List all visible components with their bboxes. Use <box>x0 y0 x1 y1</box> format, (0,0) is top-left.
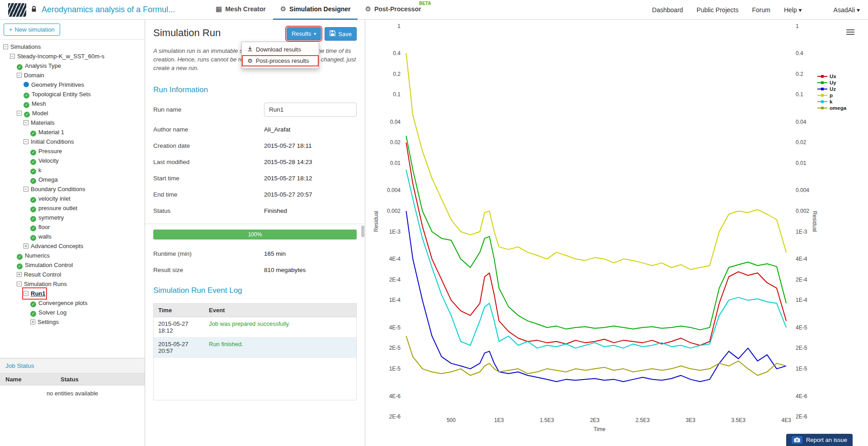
field-value: Finished <box>264 207 287 214</box>
run-info-fields-after: Runtime (min)165 minResult size810 megab… <box>153 250 357 273</box>
legend-marker <box>817 74 827 79</box>
minus-toggle-icon[interactable]: − <box>24 120 28 125</box>
svg-text:Residual: Residual <box>373 211 379 232</box>
tree-item-label: Initial Conditions <box>31 138 74 145</box>
tree-item-steady-incomp-k-w-sst-60m-s[interactable]: −Steady-Incomp-K_w_SST_60m-s <box>0 52 145 61</box>
tab-post-processor[interactable]: ⚙ Post-Processor BETA <box>358 0 428 20</box>
app-logo[interactable] <box>8 3 26 17</box>
tab-simulation-designer[interactable]: ⚙ Simulation Designer <box>273 0 358 20</box>
results-button-label: Results <box>292 30 311 37</box>
nav-link-asadali[interactable]: AsadAli ▾ <box>834 6 860 14</box>
legend-item-p: p <box>817 92 846 99</box>
minus-toggle-icon[interactable]: − <box>3 44 8 49</box>
field-value: 2015-05-28 14:23 <box>264 159 312 165</box>
new-simulation-button[interactable]: + New simulation <box>4 23 60 36</box>
tree-item-domain[interactable]: −Domain <box>0 70 145 80</box>
scrollbar-thumb[interactable] <box>361 225 364 237</box>
tree-item-pressure-outlet[interactable]: ✓pressure outlet <box>0 203 145 213</box>
check-icon: ✓ <box>24 93 29 99</box>
tree-item-omega[interactable]: ✓Omega <box>0 175 145 184</box>
tree-item-materials[interactable]: −Materials <box>0 118 145 127</box>
tree-item-material-1[interactable]: ✓Material 1 <box>0 127 145 137</box>
tree-item-velocity-inlet[interactable]: ✓velocity inlet <box>0 194 145 203</box>
tree-item-simulation-control[interactable]: ✓Simulation Control <box>0 260 145 270</box>
svg-text:1E-4: 1E-4 <box>389 297 401 303</box>
tree-item-floor[interactable]: ✓floor <box>0 222 145 232</box>
check-icon: ✓ <box>24 102 29 108</box>
tree-item-analysis-type[interactable]: ✓Analysis Type <box>0 61 145 70</box>
tree-item-simulations[interactable]: −Simulations <box>0 42 145 52</box>
tree-item-solver-log[interactable]: ✓Solver Log <box>0 308 145 317</box>
run-name-input[interactable] <box>264 103 357 117</box>
minus-toggle-icon[interactable]: − <box>17 111 22 116</box>
tree-item-run1[interactable]: −Run1 <box>0 289 145 298</box>
svg-text:Residual: Residual <box>811 211 818 232</box>
save-button[interactable]: Save <box>325 27 357 41</box>
page-title: Simulation Run <box>153 27 287 39</box>
chart-menu-icon[interactable] <box>846 28 854 36</box>
plus-toggle-icon[interactable]: + <box>30 319 35 324</box>
tree-item-label: Material 1 <box>38 129 64 136</box>
tree-item-simulation-runs[interactable]: −Simulation Runs <box>0 279 145 289</box>
field-value: Ali_Arafat <box>264 126 291 133</box>
tree-item-topological-entity-sets[interactable]: ✓Topological Entity Sets <box>0 89 145 99</box>
tree-item-result-control[interactable]: +Result Control <box>0 270 145 279</box>
tree-item-advanced-concepts[interactable]: +Advanced Concepts <box>0 241 145 251</box>
menu-item-post-process-results[interactable]: ⚙Post-process results <box>242 55 319 66</box>
tree-item-label: Result Control <box>24 271 61 278</box>
svg-text:4E-5: 4E-5 <box>389 324 401 331</box>
minus-toggle-icon[interactable]: − <box>24 187 28 192</box>
minus-toggle-icon[interactable]: − <box>24 139 28 144</box>
svg-text:0.004: 0.004 <box>387 187 401 193</box>
run-info-fields: Run nameAuthor nameAli_ArafatCreation da… <box>153 103 357 214</box>
report-issue-label: Report an issue <box>806 437 847 443</box>
tree-item-walls[interactable]: ✓walls <box>0 232 145 241</box>
column-event: Event <box>204 304 356 317</box>
tab-mesh-creator[interactable]: ▦ Mesh Creator <box>208 0 273 20</box>
nav-link-dashboard[interactable]: Dashboard <box>652 6 683 14</box>
svg-text:1E-5: 1E-5 <box>389 366 401 372</box>
nav-link-public-projects[interactable]: Public Projects <box>697 6 739 14</box>
minus-toggle-icon[interactable]: − <box>10 54 15 59</box>
menu-item-label: Download results <box>256 46 301 53</box>
download-icon <box>247 46 253 53</box>
tree-item-geometry-primitives[interactable]: Geometry Primitives <box>0 80 145 89</box>
check-icon: ✓ <box>17 64 23 70</box>
tree-item-convergence-plots[interactable]: ✓Convergence plots <box>0 298 145 308</box>
tree-item-symmetry[interactable]: ✓symmetry <box>0 213 145 222</box>
svg-text:1E-3: 1E-3 <box>389 229 401 235</box>
minus-toggle-icon[interactable]: − <box>17 282 22 286</box>
check-icon: ✓ <box>30 235 36 241</box>
tree-item-velocity[interactable]: ✓Velocity <box>0 156 145 165</box>
tree-item-label: Solver Log <box>38 309 66 316</box>
tree-item-mesh[interactable]: ✓Mesh <box>0 99 145 108</box>
svg-text:2E-4: 2E-4 <box>389 277 401 283</box>
tree-item-boundary-conditions[interactable]: −Boundary Conditions <box>0 184 145 194</box>
simulation-tree: −Simulations−Steady-Incomp-K_w_SST_60m-s… <box>0 40 145 358</box>
event-log-row: 2015-05-27 18:12Job was prepared success… <box>154 317 356 337</box>
report-issue-button[interactable]: Report an issue <box>786 434 853 446</box>
menu-item-download-results[interactable]: Download results <box>242 44 319 55</box>
tree-item-settings[interactable]: +Settings <box>0 317 145 327</box>
minus-toggle-icon[interactable]: − <box>17 73 22 78</box>
tree-item-initial-conditions[interactable]: −Initial Conditions <box>0 137 145 146</box>
tree-item-pressure[interactable]: ✓Pressure <box>0 146 145 156</box>
plus-toggle-icon[interactable]: + <box>17 272 22 277</box>
nav-link-help[interactable]: Help ▾ <box>784 6 802 14</box>
nav-link-forum[interactable]: Forum <box>752 6 770 14</box>
residuals-chart: 110.40.40.20.20.10.10.040.040.020.020.01… <box>365 20 868 445</box>
svg-text:1.5E3: 1.5E3 <box>540 417 554 423</box>
progress-bar: 100% <box>153 230 357 239</box>
tree-item-k[interactable]: ✓k <box>0 165 145 175</box>
results-button[interactable]: Results ▾ <box>287 27 321 40</box>
minus-toggle-icon[interactable]: − <box>24 291 28 296</box>
tree-item-label: symmetry <box>38 214 64 221</box>
dot-icon <box>24 82 29 87</box>
convergence-plot-panel: 110.40.40.20.20.10.10.040.040.020.020.01… <box>365 20 868 446</box>
tree-item-numerics[interactable]: ✓Numerics <box>0 251 145 260</box>
plus-toggle-icon[interactable]: + <box>24 244 28 249</box>
svg-text:3.5E3: 3.5E3 <box>731 417 746 423</box>
tree-item-model[interactable]: −✓Model <box>0 108 145 118</box>
legend-item-omega: omega <box>817 105 846 111</box>
check-icon: ✓ <box>30 311 36 317</box>
